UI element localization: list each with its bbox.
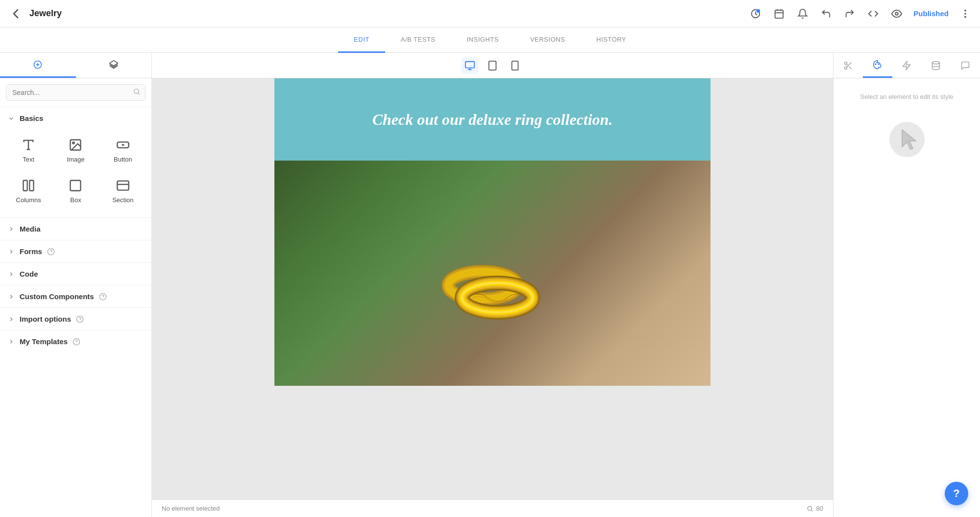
element-image[interactable]: Image [53,131,98,170]
right-tab-data[interactable] [921,53,951,78]
svg-rect-39 [512,61,518,70]
svg-rect-37 [489,61,496,70]
main-layout: Basics Text [0,53,980,517]
code-header[interactable]: Code [0,263,151,285]
element-box[interactable]: Box [53,172,98,211]
tab-ab-tests[interactable]: A/B TESTS [385,27,451,53]
element-text-label: Text [23,156,34,163]
select-element-hint: Select an element to edit its style [860,93,953,100]
bell-icon[interactable] [796,7,809,21]
element-columns[interactable]: Columns [6,172,51,211]
svg-line-15 [138,93,140,94]
svg-point-19 [73,142,75,144]
element-section-label: Section [112,196,133,204]
import-options-section: Import options [0,307,151,330]
right-tab-interactions[interactable] [892,53,922,78]
svg-rect-21 [24,181,27,191]
preview-icon[interactable] [890,7,904,21]
element-box-label: Box [70,196,81,204]
basics-label: Basics [20,114,43,122]
topbar-actions: Published [749,7,972,21]
svg-rect-22 [29,181,33,191]
right-sidebar-content: Select an element to edit its style [833,78,980,517]
code-icon[interactable] [866,7,880,21]
element-text[interactable]: Text [6,131,51,170]
canvas-status-bar: No element selected 80 [152,499,833,517]
my-templates-label: My Templates [20,337,68,346]
import-options-label: Import options [20,315,71,323]
sidebar-tab-layers[interactable] [76,53,152,78]
status-text: No element selected [162,505,220,512]
canvas-image-section[interactable] [274,161,710,386]
basics-header[interactable]: Basics [0,107,151,129]
undo-icon[interactable] [819,7,833,21]
published-button[interactable]: Published [913,9,949,18]
svg-point-9 [964,16,966,18]
basics-grid: Text Image Button [0,129,151,217]
custom-components-section: Custom Components [0,285,151,307]
right-tab-style[interactable] [863,53,892,78]
rings-svg [419,200,566,347]
more-options-button[interactable] [958,7,972,21]
zoom-indicator: 80 [807,505,823,512]
canvas-content: Check out our deluxe ring collection. [274,78,710,386]
canvas-toolbar [152,53,833,78]
svg-point-58 [878,64,879,65]
cursor-svg [887,120,927,159]
zoom-value: 80 [816,505,823,512]
custom-components-header[interactable]: Custom Components [0,285,151,307]
svg-line-54 [849,67,852,69]
help-fab-button[interactable]: ? [945,482,968,505]
topbar: Jewelry [0,0,980,27]
element-columns-label: Columns [16,196,41,204]
sidebar-tab-add[interactable] [0,53,76,78]
svg-point-7 [964,9,966,11]
basics-section: Basics Text [0,107,151,217]
my-templates-header[interactable]: My Templates [0,330,151,352]
import-options-header[interactable]: Import options [0,308,151,330]
canvas-hero-section[interactable]: Check out our deluxe ring collection. [274,78,710,161]
svg-point-51 [844,62,847,64]
timer-icon[interactable] [749,7,762,21]
svg-line-55 [847,64,848,65]
custom-components-label: Custom Components [20,292,94,301]
tab-insights[interactable]: INSIGHTS [451,27,514,53]
element-button[interactable]: Button [100,131,146,170]
media-header[interactable]: Media [0,218,151,240]
svg-point-60 [932,61,940,64]
device-desktop[interactable] [462,57,478,74]
forms-header[interactable]: Forms [0,240,151,262]
svg-point-6 [896,12,899,15]
forms-section: Forms [0,240,151,262]
svg-point-56 [875,64,876,65]
right-sidebar-tabs [833,53,980,78]
cursor-icon [887,120,927,159]
element-button-label: Button [114,156,132,163]
tab-edit[interactable]: EDIT [338,27,385,53]
sidebar-top-tabs [0,53,151,78]
back-button[interactable] [8,6,24,22]
search-input[interactable] [6,84,146,101]
tab-versions[interactable]: VERSIONS [514,27,581,53]
redo-icon[interactable] [843,7,857,21]
right-tab-comments[interactable] [951,53,980,78]
element-image-label: Image [67,156,84,163]
code-label: Code [20,270,38,278]
svg-rect-24 [117,181,128,190]
device-tablet[interactable] [484,57,501,74]
calendar-icon[interactable] [772,7,786,21]
svg-rect-2 [775,10,784,18]
tab-history[interactable]: HISTORY [581,27,642,53]
right-tab-design-scissors[interactable] [833,53,863,78]
device-mobile[interactable] [507,57,523,74]
svg-point-49 [808,506,811,510]
svg-line-50 [811,510,812,511]
canvas-scroll[interactable]: Check out our deluxe ring collection. [152,78,833,499]
search-icon [133,88,141,97]
svg-point-14 [134,89,139,94]
element-section[interactable]: Section [100,172,146,211]
canvas-area: Check out our deluxe ring collection. [152,53,833,517]
svg-point-57 [877,62,878,63]
page-title: Jewelry [29,8,743,19]
hero-text: Check out our deluxe ring collection. [372,111,613,129]
